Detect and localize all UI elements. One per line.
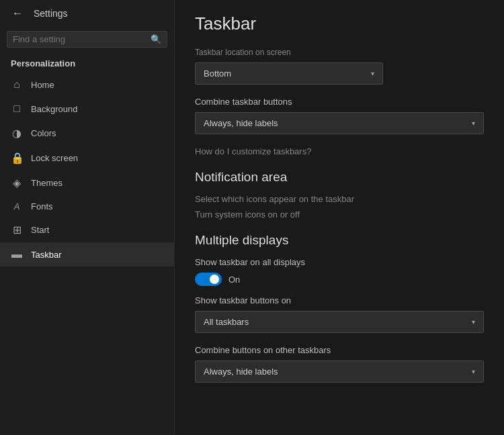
sidebar-item-taskbar-label: Taskbar [31, 250, 62, 260]
toggle-knob [210, 275, 219, 284]
fonts-icon: A [11, 201, 23, 211]
main-content: Taskbar Taskbar location on screen Botto… [175, 0, 504, 435]
lock-icon: 🔒 [11, 152, 23, 164]
chevron-down-icon-4: ▾ [472, 368, 475, 375]
colors-icon: ◑ [11, 127, 23, 140]
sidebar-item-start[interactable]: ⊞ Start [0, 218, 174, 242]
select-icons-link[interactable]: Select which icons appear on the taskbar [195, 194, 484, 204]
sidebar-item-start-label: Start [31, 225, 49, 235]
show-buttons-label: Show taskbar buttons on [195, 295, 484, 305]
combine-buttons-value: Always, hide labels [204, 118, 278, 128]
sidebar-item-lock-label: Lock screen [31, 153, 78, 163]
multiple-displays-heading: Multiple displays [195, 233, 484, 248]
combine-other-label: Combine buttons on other taskbars [195, 345, 484, 355]
sidebar-title: Settings [34, 8, 68, 19]
sidebar-item-themes[interactable]: ◈ Themes [0, 171, 174, 195]
personalization-label: Personalization [0, 52, 174, 72]
combine-buttons-label: Combine taskbar buttons [195, 97, 484, 107]
sidebar-item-background-label: Background [31, 104, 77, 114]
show-taskbar-toggle[interactable] [195, 273, 222, 286]
toggle-row: On [195, 273, 484, 286]
combine-other-dropdown-wrapper: Always, hide labels ▾ [195, 360, 484, 383]
sidebar-header: ← Settings [0, 0, 174, 27]
sidebar-item-lock-screen[interactable]: 🔒 Lock screen [0, 146, 174, 171]
sidebar-item-taskbar[interactable]: ▬ Taskbar [0, 242, 174, 267]
show-buttons-dropdown-wrapper: All taskbars ▾ [195, 311, 484, 333]
combine-other-dropdown[interactable]: Always, hide labels ▾ [195, 360, 484, 383]
combine-other-value: Always, hide labels [204, 367, 278, 377]
sidebar-item-colors[interactable]: ◑ Colors [0, 121, 174, 146]
show-buttons-value: All taskbars [204, 317, 249, 327]
combine-buttons-dropdown-wrapper: Always, hide labels ▾ [195, 112, 484, 134]
taskbar-location-dropdown-wrapper: Bottom ▾ [195, 62, 383, 85]
search-icon: 🔍 [151, 34, 161, 44]
chevron-down-icon-2: ▾ [472, 119, 475, 127]
taskbar-location-label: Taskbar location on screen [195, 48, 484, 57]
sidebar-item-background[interactable]: □ Background [0, 97, 174, 121]
sidebar-item-fonts-label: Fonts [31, 201, 53, 211]
show-buttons-dropdown[interactable]: All taskbars ▾ [195, 311, 484, 333]
taskbar-location-dropdown[interactable]: Bottom ▾ [195, 62, 383, 85]
sidebar-item-themes-label: Themes [31, 178, 62, 188]
chevron-down-icon-3: ▾ [472, 318, 475, 326]
notification-area-heading: Notification area [195, 170, 484, 185]
sidebar-item-colors-label: Colors [31, 128, 56, 138]
back-button[interactable]: ← [8, 6, 27, 21]
turn-system-icons-link[interactable]: Turn system icons on or off [195, 209, 484, 220]
page-title: Taskbar [195, 13, 484, 34]
chevron-down-icon: ▾ [371, 70, 374, 77]
background-icon: □ [11, 103, 23, 115]
sidebar-item-home[interactable]: ⌂ Home [0, 72, 174, 97]
sidebar-item-home-label: Home [31, 80, 54, 90]
home-icon: ⌂ [11, 79, 23, 91]
search-box-container: 🔍 [7, 31, 167, 48]
taskbar-location-value: Bottom [204, 68, 231, 79]
how-to-link[interactable]: How do I customize taskbars? [195, 146, 484, 156]
start-icon: ⊞ [11, 224, 23, 236]
themes-icon: ◈ [11, 177, 23, 189]
search-input[interactable] [13, 34, 146, 44]
toggle-state-label: On [228, 275, 240, 285]
sidebar: ← Settings 🔍 Personalization ⌂ Home □ Ba… [0, 0, 175, 435]
show-taskbar-label: Show taskbar on all displays [195, 257, 484, 267]
combine-buttons-dropdown[interactable]: Always, hide labels ▾ [195, 112, 484, 134]
taskbar-icon: ▬ [11, 248, 23, 260]
sidebar-item-fonts[interactable]: A Fonts [0, 195, 174, 218]
